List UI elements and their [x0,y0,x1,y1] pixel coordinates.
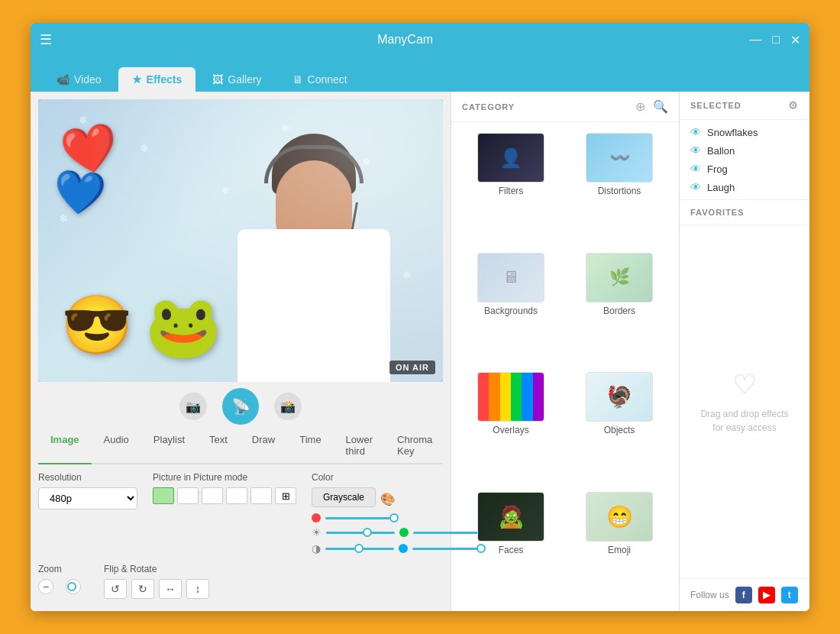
tab-image[interactable]: Image [38,428,92,464]
tab-audio[interactable]: Audio [92,428,141,464]
faces1-label: Faces [499,545,524,555]
youtube-icon[interactable]: ▶ [758,587,775,603]
red-dot [312,513,321,522]
tab-video[interactable]: 📹 Video [43,67,115,92]
selected-frog-label: Frog [707,163,728,175]
tab-draw[interactable]: Draw [240,428,287,464]
flip-vertical-button[interactable]: ↕ [186,579,209,599]
broadcast-button[interactable]: 📡 [222,388,259,425]
category-actions: ⊕ 🔍 [635,99,668,114]
blue-slider[interactable] [412,548,481,550]
rotate-right-button[interactable]: ↻ [131,579,154,599]
search-category-icon[interactable]: 🔍 [653,99,668,114]
distortions-label: Distortions [598,186,641,196]
tab-connect[interactable]: 🖥 Connect [279,67,361,92]
pip-label: Picture in Picture mode [153,472,296,483]
color-row-rgb: 🎨 [380,492,396,506]
favorites-header: FAVORITES [680,200,809,225]
window-controls: — □ ✕ [749,33,800,47]
filter-icon[interactable]: ⚙ [788,99,799,112]
facebook-icon[interactable]: f [735,587,752,603]
camera-button[interactable]: 📷 [179,393,207,420]
selected-item-frog[interactable]: 👁 Frog [690,163,799,175]
left-panel: ❄ ❄ ❄ ❄ ❄ ❄ ❄ ❄ ❄ ❄ [31,92,451,611]
twitter-icon[interactable]: t [781,587,798,603]
backgrounds-label: Backgrounds [484,306,538,316]
brightness-slider[interactable] [326,532,395,534]
selected-laugh-label: Laugh [707,182,735,193]
resolution-select[interactable]: 480p 720p 1080p [38,487,137,509]
follow-label: Follow us [690,590,729,600]
selected-ballon-label: Ballon [707,145,735,157]
brightness-icon: ☀ [312,526,321,539]
flip-horizontal-button[interactable]: ↔ [159,579,182,599]
contrast-slider[interactable] [325,548,394,550]
flip-label: Flip & Rotate [104,564,209,574]
maximize-button[interactable]: □ [772,33,780,47]
tab-playlist[interactable]: Playlist [141,428,197,464]
pip-btn-3[interactable] [202,487,223,504]
menu-icon[interactable]: ☰ [40,31,52,48]
selected-item-ballon[interactable]: 👁 Ballon [690,144,799,157]
close-button[interactable]: ✕ [790,33,800,47]
person-body [237,229,390,382]
eye-icon-snowflakes: 👁 [690,126,701,138]
overlays-label: Overlays [493,425,528,435]
green-slider[interactable] [413,532,482,534]
zoom-label: Zoom [38,564,81,574]
tab-text[interactable]: Text [197,428,240,464]
preview-person [192,115,436,382]
category-item-overlays[interactable]: Overlays [457,367,564,486]
frog-emoji: 🐸 [145,291,221,363]
selected-title: SELECTED [690,101,741,110]
add-category-icon[interactable]: ⊕ [635,99,645,114]
overlays-thumb [477,372,544,422]
category-item-faces2[interactable]: 😁 Emoji [566,487,673,606]
star-icon: ★ [132,73,142,86]
snapshot-button[interactable]: 📸 [274,393,302,420]
category-item-borders[interactable]: 🌿 Borders [566,248,673,367]
category-item-objects[interactable]: 🦃 Objects [566,367,673,486]
gallery-icon: 🖼 [212,73,223,86]
flip-buttons: ↺ ↻ ↔ ↕ [104,579,209,599]
selected-item-laugh[interactable]: 👁 Laugh [690,181,799,193]
category-item-backgrounds[interactable]: 🖥 Backgrounds [457,248,564,367]
selected-item-snowflakes[interactable]: 👁 Snowflakes [690,126,799,138]
tab-effects[interactable]: ★ Effects [118,67,196,92]
contrast-icon: ◑ [312,542,321,555]
faces2-label: Emoji [608,545,631,555]
heart-icon: ♡ [732,369,757,401]
pip-btn-2[interactable] [177,487,199,504]
selected-list: 👁 Snowflakes 👁 Ballon 👁 Frog 👁 Laugh [680,120,809,200]
app-title: ManyCam [61,33,749,47]
smiley-emoji: 😎 [61,292,133,359]
flip-group: Flip & Rotate ↺ ↻ ↔ ↕ [104,564,209,599]
pip-btn-1[interactable] [153,487,174,504]
filters-label: Filters [499,186,524,196]
on-air-badge: ON AIR [389,361,435,374]
zoom-minus[interactable]: − [38,579,53,594]
zoom-row: − + [38,579,81,594]
resolution-group: Resolution 480p 720p 1080p [38,472,137,509]
right-panel: SELECTED ⚙ 👁 Snowflakes 👁 Ballon 👁 Frog … [680,92,809,611]
grayscale-button[interactable]: Grayscale [312,487,376,507]
borders-label: Borders [603,306,635,316]
settings-row-2: Zoom − + Flip & Rotate ↺ [38,564,443,599]
tab-gallery[interactable]: 🖼 Gallery [199,67,275,92]
tab-chroma-key[interactable]: Chroma Key [385,428,444,464]
category-item-faces1[interactable]: 🧟 Faces [457,487,564,606]
category-item-filters[interactable]: 👤 Filters [457,128,564,247]
tab-lower-third[interactable]: Lower third [334,428,385,464]
pip-btn-5[interactable] [250,487,272,504]
backgrounds-thumb: 🖥 [477,253,544,302]
category-item-distortions[interactable]: 〰️ Distortions [566,128,673,247]
pip-btn-4[interactable] [226,487,247,504]
filters-thumb: 👤 [477,133,544,183]
minimize-button[interactable]: — [749,33,761,47]
rotate-left-button[interactable]: ↺ [104,579,127,599]
pip-buttons: ⊞ [153,487,296,504]
video-icon: 📹 [57,73,69,86]
tab-time[interactable]: Time [287,428,333,464]
red-slider[interactable] [325,517,394,519]
pip-btn-6[interactable]: ⊞ [275,487,296,504]
